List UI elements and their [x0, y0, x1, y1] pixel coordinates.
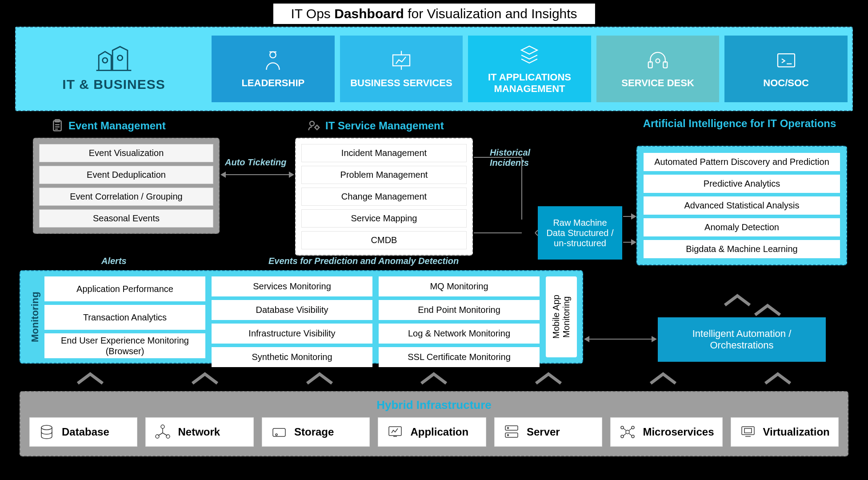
svg-rect-28	[742, 427, 754, 435]
page-title: IT Ops Dashboard for Visualization and I…	[273, 4, 595, 24]
svg-point-6	[656, 59, 660, 63]
automation-box: Intelligent Automation / Orchestrations	[658, 317, 826, 362]
gear-user-icon	[308, 119, 321, 132]
mon-item: Synthetic Monitoring	[212, 347, 372, 367]
tile-leadership: LEADERSHIP	[212, 36, 335, 102]
svg-point-22	[507, 435, 508, 436]
mon-mobile: Mobile App Monitoring	[546, 276, 577, 357]
mon-item: End User Experience Monitoring (Browser)	[44, 333, 205, 358]
ai-item: Automated Pattern Discovery and Predicti…	[644, 153, 840, 171]
tile-apps-label: IT APPLICATIONS MANAGEMENT	[472, 72, 588, 95]
monitoring-side-label: Monitoring	[26, 276, 44, 357]
svg-rect-16	[273, 428, 285, 436]
arrow-bi-ticketing	[221, 174, 293, 175]
arrow-raw-ai-2	[623, 242, 636, 243]
clipboard-icon	[51, 119, 64, 132]
svg-rect-18	[389, 427, 401, 436]
mon-item: Log & Network Monitoring	[379, 324, 540, 344]
itsm-item: Change Management	[301, 188, 467, 206]
title-prefix: IT Ops	[291, 6, 334, 21]
tile-desk: SERVICE DESK	[596, 36, 720, 102]
svg-rect-29	[744, 428, 752, 433]
hybrid-infra: Hybrid Infrastructure Database Network S…	[20, 391, 848, 456]
mon-item: Transaction Analytics	[44, 305, 205, 330]
itsm-item: Incident Management	[301, 144, 467, 162]
monitoring-panel: Monitoring Application Performance Trans…	[20, 270, 583, 364]
infra-network: Network	[145, 417, 253, 447]
svg-point-2	[270, 52, 276, 58]
event-box: Event Visualization Event Deduplication …	[33, 138, 220, 234]
database-icon	[38, 423, 56, 441]
layers-icon	[517, 43, 542, 68]
it-business-block: IT & BUSINESS	[16, 46, 212, 92]
hybrid-title: Hybrid Infrastructure	[29, 398, 839, 412]
ai-item: Predictive Analytics	[644, 175, 840, 193]
arrow-raw-ai-1	[623, 216, 636, 217]
application-icon	[386, 423, 404, 441]
svg-point-1	[117, 56, 122, 60]
chevron-up-icon	[722, 292, 753, 308]
svg-point-10	[310, 121, 314, 126]
virtualization-icon	[739, 423, 757, 441]
svg-point-11	[316, 126, 319, 129]
chevron-up-icon	[752, 302, 783, 318]
svg-point-21	[507, 428, 508, 429]
chevron-up-icon	[304, 371, 335, 387]
chevron-up-icon	[762, 371, 793, 387]
chevron-row	[33, 371, 835, 387]
svg-point-13	[161, 425, 164, 428]
chevron-up-icon	[648, 371, 679, 387]
chevron-up-icon	[533, 371, 564, 387]
ai-item: Bigdata & Machine Learning	[644, 240, 840, 258]
tile-noc-label: NOC/SOC	[763, 77, 809, 89]
section-event-title: Event Management	[51, 119, 166, 132]
chevron-up-icon	[418, 371, 449, 387]
mon-item: Database Visibility	[212, 300, 372, 320]
label-alerts: Alerts	[101, 256, 127, 266]
itsm-item: Problem Management	[301, 166, 467, 184]
mon-item: Infrastructure Visibility	[212, 324, 372, 344]
mon-item: End Point Monitoring	[379, 300, 540, 320]
tile-desk-label: SERVICE DESK	[621, 77, 694, 89]
raw-data-box: Raw Machine Data Structured / un-structu…	[538, 206, 622, 260]
leadership-icon	[260, 49, 285, 74]
network-icon	[154, 423, 172, 441]
event-item: Event Deduplication	[39, 166, 213, 184]
event-item: Event Correlation / Grouping	[39, 188, 213, 206]
svg-point-26	[621, 435, 624, 438]
tile-leadership-label: LEADERSHIP	[241, 77, 304, 89]
infra-storage: Storage	[262, 417, 370, 447]
presentation-icon	[389, 49, 414, 74]
mon-item: SSL Certificate Monitoring	[379, 347, 540, 367]
svg-point-24	[621, 426, 624, 429]
section-ai-title: Artificial Intelligence for IT Operation…	[637, 117, 842, 130]
infra-server: Server	[494, 417, 602, 447]
svg-point-0	[103, 58, 108, 63]
ai-box: Automated Pattern Discovery and Predicti…	[636, 146, 847, 265]
svg-point-23	[626, 430, 629, 434]
label-historical: Historical Incidents	[490, 148, 552, 168]
event-item: Seasonal Events	[39, 209, 213, 228]
infra-microservices: Microservices	[610, 417, 722, 447]
tile-business: BUSINESS SERVICES	[340, 36, 463, 102]
svg-rect-7	[778, 54, 795, 67]
infra-application: Application	[378, 417, 486, 447]
title-bold: Dashboard	[334, 6, 404, 21]
terminal-icon	[774, 49, 799, 74]
buildings-icon	[94, 46, 134, 72]
ai-item: Advanced Statistical Analysis	[644, 196, 840, 215]
mon-item: Application Performance	[44, 276, 205, 301]
itsm-box: Incident Management Problem Management C…	[295, 138, 473, 256]
label-events-pred: Events for Prediction and Anomaly Detect…	[268, 256, 459, 266]
mon-item: MQ Monitoring	[379, 276, 540, 296]
tile-business-label: BUSINESS SERVICES	[350, 77, 452, 89]
arrow-bi-automation	[585, 339, 656, 340]
mon-item: Services Monitoring	[212, 276, 372, 296]
tile-apps: IT APPLICATIONS MANAGEMENT	[468, 36, 591, 102]
title-suffix: for Visualization and Insights	[404, 6, 577, 21]
top-band: IT & BUSINESS LEADERSHIP BUSINESS SERVIC…	[15, 27, 853, 111]
it-business-label: IT & BUSINESS	[16, 77, 212, 92]
microservices-icon	[619, 423, 636, 441]
headset-icon	[645, 49, 670, 74]
svg-point-27	[632, 435, 634, 438]
